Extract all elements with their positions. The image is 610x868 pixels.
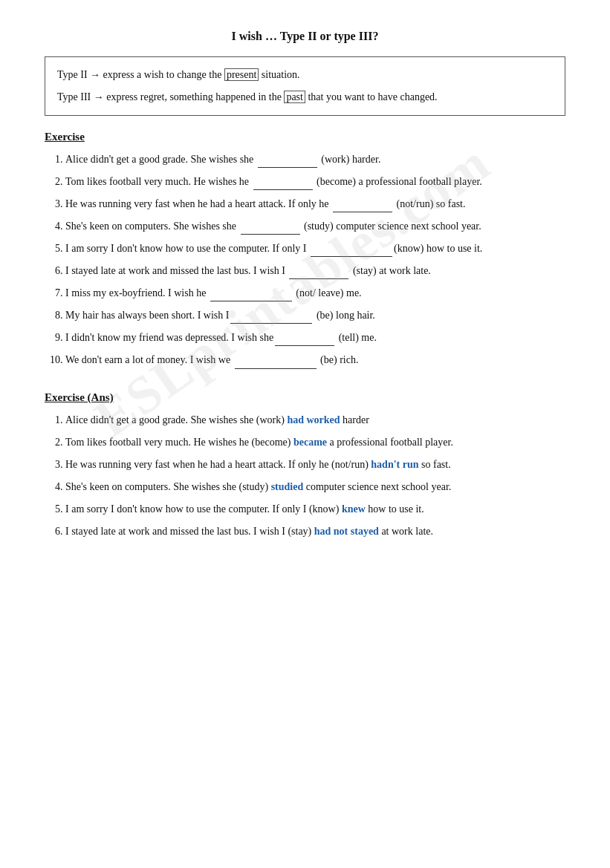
blank-7: [210, 301, 292, 301]
blank-10: [235, 368, 317, 369]
list-item: She's keen on computers. She wishes she …: [65, 218, 565, 235]
blank-2: [253, 189, 313, 190]
answer-4: studied: [271, 481, 304, 492]
page-title: I wish … Type II or type III?: [45, 30, 565, 43]
answer-6: had not stayed: [314, 526, 379, 537]
exercise-list: Alice didn't get a good grade. She wishe…: [45, 151, 565, 369]
blank-1: [258, 167, 317, 168]
info-box: Type II → express a wish to change the p…: [45, 56, 565, 116]
blank-6: [289, 278, 348, 279]
list-item: I miss my ex-boyfriend. I wish he (not/ …: [65, 284, 565, 301]
answer-3: hadn't run: [371, 459, 418, 470]
answer-2: became: [293, 437, 327, 448]
past-word: past: [284, 91, 305, 103]
exercise-ans-list: Alice didn't get a good grade. She wishe…: [45, 411, 565, 541]
type-iii-description: Type III → express regret, something hap…: [57, 88, 553, 106]
blank-3: [333, 212, 392, 212]
exercise-title: Exercise: [45, 131, 565, 143]
ans-list-item: She's keen on computers. She wishes she …: [65, 478, 565, 495]
ans-list-item: I am sorry I don't know how to use the c…: [65, 500, 565, 518]
blank-8: [230, 323, 312, 324]
blank-9: [275, 345, 334, 346]
list-item: Tom likes football very much. He wishes …: [65, 173, 565, 190]
answer-5: knew: [342, 503, 366, 515]
list-item: He was running very fast when he had a h…: [65, 195, 565, 212]
blank-5: [311, 256, 392, 257]
answer-1: had worked: [287, 414, 340, 425]
list-item: I am sorry I don't know how to use the c…: [65, 240, 565, 257]
present-word: present: [224, 68, 259, 81]
list-item: Alice didn't get a good grade. She wishe…: [65, 151, 565, 168]
list-item: I didn't know my friend was depressed. I…: [65, 329, 565, 346]
ans-list-item: Tom likes football very much. He wishes …: [65, 434, 565, 451]
blank-4: [241, 234, 300, 235]
ans-list-item: I stayed late at work and missed the las…: [65, 523, 565, 540]
ans-list-item: He was running very fast when he had a h…: [65, 456, 565, 473]
list-item: I stayed late at work and missed the las…: [65, 262, 565, 279]
type-ii-description: Type II → express a wish to change the p…: [57, 66, 553, 84]
list-item: We don't earn a lot of money. I wish we …: [65, 351, 565, 368]
list-item: My hair has always been short. I wish I …: [65, 307, 565, 324]
ans-list-item: Alice didn't get a good grade. She wishe…: [65, 411, 565, 428]
exercise-ans-title: Exercise (Ans): [45, 391, 565, 404]
